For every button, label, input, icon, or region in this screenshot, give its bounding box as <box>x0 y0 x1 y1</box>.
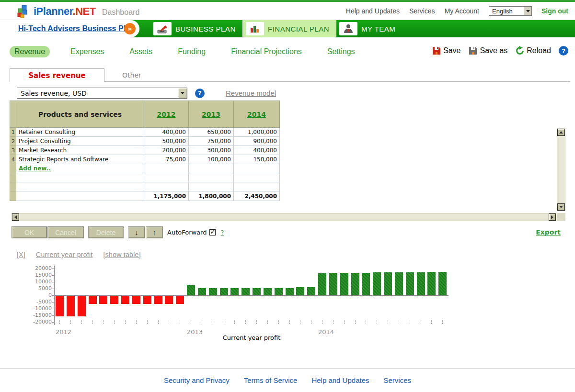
services-link[interactable]: Services <box>409 7 435 15</box>
add-new-link[interactable]: Add new.. <box>19 165 51 172</box>
language-dropdown-button[interactable] <box>524 7 531 15</box>
logo-text: iPlanner.NET <box>34 5 96 18</box>
x-axis-tick <box>103 320 104 324</box>
tab-my-team[interactable]: MY TEAM <box>336 20 402 37</box>
section-item-funding[interactable]: Funding <box>173 46 210 57</box>
x-axis-tick <box>442 320 443 324</box>
value-cell[interactable]: 650,000 <box>189 128 234 137</box>
ok-button[interactable]: OK <box>12 226 47 238</box>
x-axis-tick <box>81 320 82 324</box>
section-item-settings[interactable]: Settings <box>322 46 360 57</box>
scroll-right-button[interactable] <box>549 213 556 221</box>
value-cell[interactable]: 75,000 <box>144 155 189 164</box>
autoforward-help-link[interactable]: ? <box>220 229 224 236</box>
save-actions: Save Save as Reload ? <box>432 46 568 56</box>
save-button[interactable]: Save <box>432 46 460 56</box>
chart-bar <box>198 288 206 295</box>
x-axis-tick <box>377 320 377 324</box>
value-cell[interactable]: 400,000 <box>234 146 280 155</box>
x-axis-tick <box>125 320 126 324</box>
revenue-tabs: Sales revenue Other <box>10 68 570 82</box>
chart-show-table-link[interactable]: [show table] <box>104 251 141 258</box>
revenue-model-select[interactable]: Sales revenue, USD <box>17 88 187 99</box>
language-select[interactable]: English <box>489 6 532 16</box>
cancel-button[interactable]: Cancel <box>47 226 84 238</box>
chart-zero-line <box>55 295 448 296</box>
tab-financial-plan[interactable]: FINANCIAL PLAN <box>242 20 336 37</box>
help-and-updates-link[interactable]: Help and Updates <box>346 7 400 15</box>
section-item-assets[interactable]: Assets <box>125 46 157 57</box>
footer-terms-link[interactable]: Terms of Service <box>244 376 298 384</box>
vertical-scrollbar[interactable] <box>557 128 565 211</box>
y-axis-tick <box>52 315 54 316</box>
chart-bar <box>187 285 195 295</box>
x-axis-tick <box>114 320 115 324</box>
revenue-model-dropdown-button[interactable] <box>178 88 187 98</box>
x-axis-tick <box>70 320 71 324</box>
value-cell[interactable]: 900,000 <box>234 137 280 146</box>
empty-row <box>10 182 280 191</box>
y-axis-tick <box>52 302 54 302</box>
chart-bar <box>384 272 392 295</box>
column-header-2012: 2012 <box>144 101 189 128</box>
value-cell[interactable]: 100,000 <box>189 155 234 164</box>
product-name-cell[interactable]: Retainer Consulting <box>16 128 144 137</box>
value-cell[interactable]: 200,000 <box>144 146 189 155</box>
chart-bar <box>242 288 250 295</box>
my-account-link[interactable]: My Account <box>445 7 479 15</box>
tab-sales-revenue[interactable]: Sales revenue <box>10 68 104 82</box>
logo[interactable]: iPlanner.NET <box>16 4 96 19</box>
revenue-model-link[interactable]: Revenue model <box>226 89 276 97</box>
autoforward-label: AutoForward <box>167 229 207 236</box>
dashboard-label[interactable]: Dashboard <box>102 8 139 17</box>
export-link[interactable]: Export <box>536 228 561 236</box>
value-cell[interactable]: 500,000 <box>144 137 189 146</box>
value-cell[interactable]: 400,000 <box>144 128 189 137</box>
reload-button[interactable]: Reload <box>515 46 551 56</box>
scroll-left-button[interactable] <box>12 213 19 221</box>
table-row: 4 Strategic Reports and Software 75,000 … <box>10 155 280 164</box>
value-cell[interactable]: 1,000,000 <box>234 128 280 137</box>
plan-arrow-icon[interactable]: » <box>124 23 136 34</box>
value-cell[interactable]: 300,000 <box>189 146 234 155</box>
sign-out-link[interactable]: Sign out <box>541 7 568 15</box>
chart-close-link[interactable]: [X] <box>17 251 25 258</box>
business-plan-name-link[interactable]: Hi-Tech Advisers Business Plan <box>18 24 135 33</box>
horizontal-scrollbar[interactable] <box>12 213 556 221</box>
value-cell[interactable]: 750,000 <box>189 137 234 146</box>
x-axis-tick <box>421 320 421 324</box>
move-down-button[interactable]: ↓ <box>128 226 145 238</box>
help-icon[interactable]: ? <box>559 46 568 56</box>
x-axis-tick <box>267 320 268 324</box>
scroll-up-button[interactable] <box>557 129 565 136</box>
value-cell[interactable]: 150,000 <box>234 155 280 164</box>
footer-services-link[interactable]: Services <box>384 376 412 384</box>
delete-button[interactable]: Delete <box>88 226 124 238</box>
bar-chart-icon <box>246 22 264 35</box>
tab-other[interactable]: Other <box>113 68 151 82</box>
chart-bar <box>56 296 64 316</box>
save-as-button[interactable]: Save as <box>468 46 507 56</box>
empty-row <box>10 173 280 182</box>
tab-business-plan[interactable]: BUSINESS PLAN <box>150 20 242 37</box>
footer-security-link[interactable]: Security and Privacy <box>164 376 230 384</box>
grid-toolbar: OK Cancel Delete ↓ ↑ AutoForward ? <box>12 226 224 238</box>
section-item-financial-projections[interactable]: Financial Projections <box>226 46 307 57</box>
product-name-cell[interactable]: Market Research <box>16 146 144 155</box>
chart-bar <box>89 296 97 304</box>
x-axis-tick <box>355 320 356 324</box>
product-name-cell[interactable]: Project Consulting <box>16 137 144 146</box>
section-item-expenses[interactable]: Expenses <box>66 46 109 57</box>
autoforward-checkbox[interactable] <box>209 229 216 235</box>
footer-help-link[interactable]: Help and Updates <box>311 376 369 384</box>
move-up-button[interactable]: ↑ <box>146 226 163 238</box>
section-item-revenue[interactable]: Revenue <box>10 46 50 57</box>
model-help-icon[interactable]: ? <box>195 89 205 98</box>
header: iPlanner.NET Dashboard Help and Updates … <box>0 2 575 20</box>
chart-title-link[interactable]: Current year profit <box>36 251 93 258</box>
product-name-cell[interactable]: Strategic Reports and Software <box>16 155 144 164</box>
x-axis-tick <box>169 320 169 324</box>
table-row: 2 Project Consulting 500,000 750,000 900… <box>10 137 280 146</box>
chart-bar <box>67 296 75 316</box>
scroll-down-button[interactable] <box>557 203 565 211</box>
